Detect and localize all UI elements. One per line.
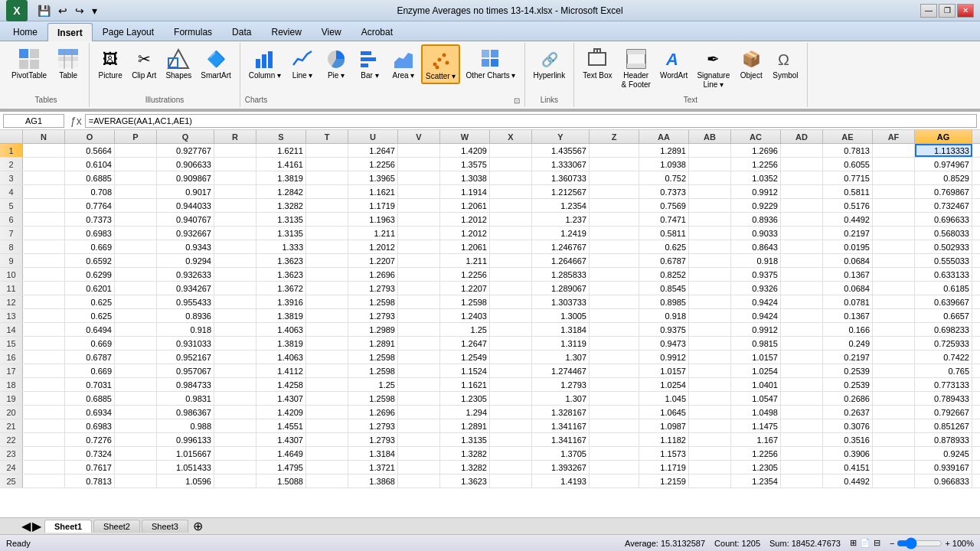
list-item[interactable] xyxy=(590,240,639,253)
list-item[interactable] xyxy=(689,461,731,474)
line-chart-btn[interactable]: Line ▾ xyxy=(286,44,318,83)
list-item[interactable]: 1.274467 xyxy=(532,364,590,377)
restore-btn[interactable]: ❐ xyxy=(939,4,956,18)
list-item[interactable]: 1.212567 xyxy=(532,185,590,198)
list-item[interactable]: 0.502933 xyxy=(915,240,972,253)
list-item[interactable] xyxy=(398,144,440,157)
list-item[interactable] xyxy=(490,171,532,184)
list-item[interactable] xyxy=(306,213,348,226)
list-item[interactable]: 0.6494 xyxy=(65,323,115,336)
list-item[interactable]: 0.698233 xyxy=(915,323,972,336)
list-item[interactable]: 0.568033 xyxy=(915,227,972,240)
list-item[interactable] xyxy=(590,392,639,405)
list-item[interactable]: 1.2256 xyxy=(731,447,781,460)
list-item[interactable]: 1.307 xyxy=(532,350,590,364)
list-item[interactable]: 1.237 xyxy=(532,213,590,226)
list-item[interactable] xyxy=(490,350,532,364)
list-item[interactable]: 0.927767 xyxy=(157,144,214,157)
list-item[interactable]: 0.9326 xyxy=(731,282,781,295)
list-item[interactable]: 0.6983 xyxy=(65,227,115,240)
list-item[interactable] xyxy=(398,337,440,350)
list-item[interactable]: 0.696633 xyxy=(915,213,972,226)
list-item[interactable] xyxy=(972,268,980,281)
list-item[interactable] xyxy=(490,447,532,460)
list-item[interactable] xyxy=(590,350,639,364)
list-item[interactable] xyxy=(590,171,639,184)
smart-art-btn[interactable]: 🔷 SmartArt xyxy=(197,44,234,83)
list-item[interactable]: 1.2354 xyxy=(731,474,781,487)
list-item[interactable] xyxy=(873,295,915,308)
list-item[interactable]: 1.0157 xyxy=(731,350,781,364)
bar-chart-btn[interactable]: Bar ▾ xyxy=(354,44,386,83)
list-item[interactable] xyxy=(306,461,348,474)
list-item[interactable] xyxy=(873,185,915,198)
list-item[interactable]: 1.3623 xyxy=(440,474,490,487)
list-item[interactable] xyxy=(214,295,256,308)
list-item[interactable] xyxy=(23,295,65,308)
list-item[interactable]: 0.732467 xyxy=(915,199,972,212)
list-item[interactable]: 1.3184 xyxy=(348,447,398,460)
list-item[interactable] xyxy=(590,268,639,281)
list-item[interactable]: 0.8936 xyxy=(157,309,214,322)
list-item[interactable] xyxy=(590,144,639,157)
list-item[interactable]: 1.2598 xyxy=(348,295,398,308)
list-item[interactable]: 1.3135 xyxy=(256,213,306,226)
list-item[interactable] xyxy=(115,268,157,281)
list-item[interactable]: 0.669 xyxy=(65,337,115,350)
col-header-ah[interactable]: AH xyxy=(972,130,980,143)
list-item[interactable]: 0.9424 xyxy=(731,295,781,308)
list-item[interactable]: 1.2793 xyxy=(348,419,398,432)
zoom-out-btn[interactable]: − xyxy=(890,539,894,548)
list-item[interactable] xyxy=(873,323,915,336)
list-item[interactable]: 0.7373 xyxy=(65,213,115,226)
view-normal-btn[interactable]: ⊞ xyxy=(850,538,857,548)
row-number[interactable]: 24 xyxy=(0,461,23,474)
list-item[interactable] xyxy=(972,185,980,198)
list-item[interactable]: 0.625 xyxy=(65,295,115,308)
list-item[interactable] xyxy=(214,406,256,419)
other-charts-btn[interactable]: Other Charts ▾ xyxy=(462,44,519,83)
row-number[interactable]: 9 xyxy=(0,254,23,267)
row-number[interactable]: 6 xyxy=(0,213,23,226)
redo-btn[interactable]: ↪ xyxy=(73,4,87,18)
list-item[interactable] xyxy=(115,309,157,322)
list-item[interactable]: 0.625 xyxy=(65,309,115,322)
list-item[interactable]: 0.8643 xyxy=(731,240,781,253)
list-item[interactable] xyxy=(873,171,915,184)
list-item[interactable] xyxy=(590,406,639,419)
list-item[interactable]: 0.984733 xyxy=(157,378,214,391)
list-item[interactable]: 1.2598 xyxy=(348,392,398,405)
list-item[interactable] xyxy=(306,392,348,405)
list-item[interactable]: 1.3868 xyxy=(348,474,398,487)
list-item[interactable]: 1.0938 xyxy=(639,158,689,171)
list-item[interactable]: 0.932667 xyxy=(157,227,214,240)
list-item[interactable] xyxy=(398,433,440,446)
zoom-level[interactable]: 100% xyxy=(952,539,974,548)
list-item[interactable] xyxy=(873,433,915,446)
list-item[interactable] xyxy=(398,474,440,487)
list-item[interactable] xyxy=(781,378,823,391)
column-chart-btn[interactable]: Column ▾ xyxy=(245,44,285,83)
list-item[interactable] xyxy=(214,171,256,184)
list-item[interactable] xyxy=(590,433,639,446)
list-item[interactable]: 1.2012 xyxy=(348,240,398,253)
list-item[interactable] xyxy=(781,406,823,419)
col-header-ab[interactable]: AB xyxy=(689,130,731,143)
list-item[interactable] xyxy=(23,158,65,171)
list-item[interactable]: 1.2159 xyxy=(639,474,689,487)
list-item[interactable] xyxy=(398,392,440,405)
list-item[interactable] xyxy=(23,240,65,253)
list-item[interactable]: 0.986367 xyxy=(157,406,214,419)
list-item[interactable] xyxy=(490,227,532,240)
col-header-q[interactable]: Q xyxy=(157,130,214,143)
list-item[interactable] xyxy=(781,254,823,267)
list-item[interactable] xyxy=(115,185,157,198)
list-item[interactable]: 1.211 xyxy=(440,254,490,267)
list-item[interactable]: 1.0157 xyxy=(639,364,689,377)
list-item[interactable]: 1.4649 xyxy=(256,447,306,460)
tab-home[interactable]: Home xyxy=(3,22,47,41)
list-item[interactable]: 1.3623 xyxy=(256,268,306,281)
list-item[interactable] xyxy=(23,282,65,295)
list-item[interactable]: 0.6787 xyxy=(65,350,115,364)
list-item[interactable] xyxy=(590,364,639,377)
